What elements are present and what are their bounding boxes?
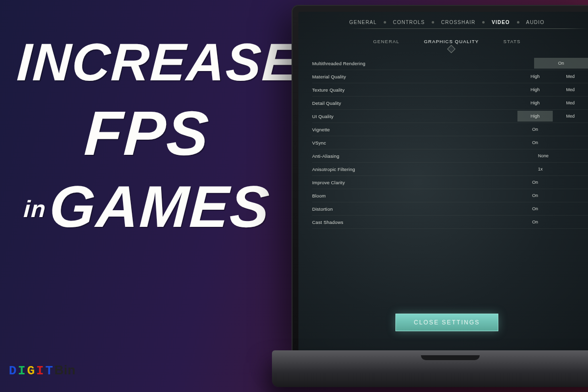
setting-options: On xyxy=(517,137,588,148)
setting-label: Anti-Aliasing xyxy=(312,153,534,159)
headline-line3: inGAMES xyxy=(16,175,279,237)
setting-row: Detail QualityHighMed xyxy=(312,97,588,110)
setting-option[interactable] xyxy=(553,203,588,214)
laptop-mockup: GENERALCONTROLSCROSSHAIRVIDEOAUDIO GENER… xyxy=(282,5,588,387)
setting-options: On xyxy=(534,58,588,69)
setting-option[interactable]: High xyxy=(517,84,553,95)
setting-label: Texture Quality xyxy=(312,87,517,93)
setting-row: Multithreaded RenderingOn xyxy=(312,57,588,70)
setting-label: Bloom xyxy=(312,193,517,198)
setting-option[interactable]: High xyxy=(517,111,553,122)
laptop-keyboard-base xyxy=(272,350,588,387)
setting-option[interactable]: High xyxy=(517,98,553,108)
setting-label: Cast Shadows xyxy=(312,220,517,225)
setting-row: Anti-AliasingNone xyxy=(312,149,588,163)
setting-option[interactable] xyxy=(553,177,588,188)
setting-row: Material QualityHighMed xyxy=(312,70,588,83)
setting-options: HighMed xyxy=(517,84,588,95)
setting-option[interactable]: On xyxy=(517,203,553,214)
setting-option[interactable]: On xyxy=(517,124,553,135)
setting-option[interactable]: None xyxy=(534,150,588,161)
setting-label: Multithreaded Rendering xyxy=(312,61,534,66)
setting-row: Cast ShadowsOn xyxy=(312,216,588,229)
headline-in: in xyxy=(23,196,47,222)
headline-games: GAMES xyxy=(48,173,272,239)
setting-options: On xyxy=(517,124,588,135)
setting-label: Vignette xyxy=(312,127,517,132)
setting-option[interactable]: 1x xyxy=(534,164,588,174)
headline-block: INCREASE FPS inGAMES xyxy=(17,34,277,237)
setting-row: Texture QualityHighMed xyxy=(312,83,588,97)
brand-logo: DIGITBin xyxy=(9,363,75,378)
setting-option[interactable]: Med xyxy=(553,111,588,122)
tab-divider-line xyxy=(350,28,588,29)
setting-option[interactable]: Med xyxy=(553,98,588,108)
setting-options: On xyxy=(517,190,588,201)
setting-label: Anisotropic Filtering xyxy=(312,167,534,172)
setting-row: Anisotropic Filtering1x xyxy=(312,163,588,176)
setting-options: On xyxy=(517,177,588,188)
game-settings-screen: GENERALCONTROLSCROSSHAIRVIDEOAUDIO GENER… xyxy=(298,12,588,353)
setting-option[interactable] xyxy=(553,137,588,148)
setting-options: None xyxy=(534,150,588,161)
setting-label: Detail Quality xyxy=(312,100,517,106)
setting-label: VSync xyxy=(312,140,517,146)
setting-options: On xyxy=(517,203,588,214)
headline-line1: INCREASE xyxy=(16,34,278,90)
sub-tab-general[interactable]: GENERAL xyxy=(373,39,399,44)
setting-options: HighMed xyxy=(517,111,588,122)
setting-options: HighMed xyxy=(517,71,588,82)
setting-option[interactable]: On xyxy=(517,137,553,148)
setting-row: VignetteOn xyxy=(312,123,588,136)
setting-label: Improve Clarity xyxy=(312,180,517,185)
setting-option[interactable] xyxy=(553,124,588,135)
setting-option[interactable]: Med xyxy=(553,84,588,95)
setting-option[interactable]: Med xyxy=(553,71,588,82)
setting-row: VSyncOn xyxy=(312,136,588,149)
setting-options: On xyxy=(517,217,588,227)
setting-options: HighMed xyxy=(517,98,588,108)
setting-label: UI Quality xyxy=(312,114,517,119)
setting-row: BloomOn xyxy=(312,189,588,202)
setting-row: Improve ClarityOn xyxy=(312,176,588,189)
setting-option[interactable]: On xyxy=(534,58,588,69)
headline-line2: FPS xyxy=(15,100,278,166)
top-tab-controls[interactable]: CONTROLS xyxy=(386,18,432,27)
setting-row: DistortionOn xyxy=(312,202,588,216)
laptop-screen-frame: GENERALCONTROLSCROSSHAIRVIDEOAUDIO GENER… xyxy=(292,5,588,353)
settings-list: Multithreaded RenderingOnMaterial Qualit… xyxy=(298,54,588,229)
setting-row: UI QualityHighMed xyxy=(312,110,588,123)
top-tab-audio[interactable]: AUDIO xyxy=(519,18,552,27)
setting-label: Material Quality xyxy=(312,74,517,79)
sub-tab-stats[interactable]: STATS xyxy=(503,39,520,44)
close-settings-button[interactable]: CLOSE SETTINGS xyxy=(395,314,498,331)
setting-option[interactable]: On xyxy=(517,190,553,201)
top-tab-general[interactable]: GENERAL xyxy=(343,18,384,27)
sub-tab-graphics-quality[interactable]: GRAPHICS QUALITY xyxy=(424,39,479,44)
setting-option[interactable] xyxy=(553,190,588,201)
setting-option[interactable]: On xyxy=(517,177,553,188)
top-tab-bar: GENERALCONTROLSCROSSHAIRVIDEOAUDIO xyxy=(298,12,588,30)
setting-option[interactable] xyxy=(553,217,588,227)
sub-tab-bar: GENERALGRAPHICS QUALITYSTATS xyxy=(298,30,588,54)
top-tab-crosshair[interactable]: CROSSHAIR xyxy=(434,18,482,27)
top-tab-video[interactable]: VIDEO xyxy=(485,18,516,27)
setting-label: Distortion xyxy=(312,206,517,212)
setting-option[interactable]: High xyxy=(517,71,553,82)
setting-option[interactable]: On xyxy=(517,217,553,227)
setting-options: 1x xyxy=(534,164,588,174)
